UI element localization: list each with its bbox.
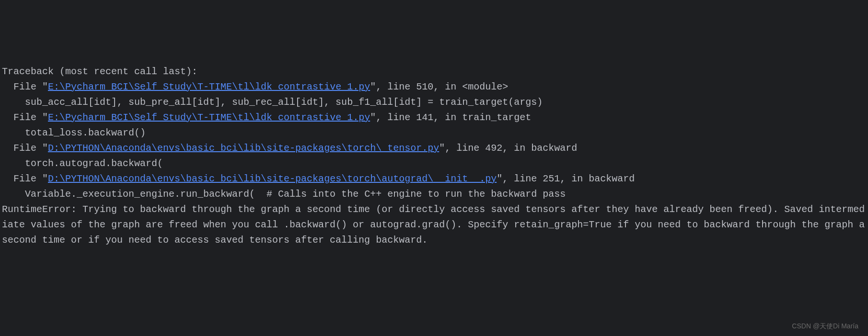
watermark: CSDN @天使Di María: [792, 321, 858, 331]
frame-file-line: File "E:\Pycharm_BCI\Self_Study\T-TIME\t…: [2, 110, 866, 125]
frame-code-line: Variable._execution_engine.run_backward(…: [2, 187, 866, 202]
frame-file-line: File "D:\PYTHON\Anaconda\envs\basic_bci\…: [2, 141, 866, 156]
frame-file-line: File "D:\PYTHON\Anaconda\envs\basic_bci\…: [2, 171, 866, 187]
frame-code-line: sub_acc_all[idt], sub_pre_all[idt], sub_…: [2, 95, 866, 110]
file-link[interactable]: D:\PYTHON\Anaconda\envs\basic_bci\lib\si…: [48, 173, 497, 184]
traceback-header: Traceback (most recent call last):: [2, 64, 866, 79]
error-message: RuntimeError: Trying to backward through…: [2, 202, 866, 248]
traceback-output: Traceback (most recent call last): File …: [2, 64, 866, 248]
frame-file-line: File "E:\Pycharm_BCI\Self_Study\T-TIME\t…: [2, 79, 866, 95]
file-link[interactable]: D:\PYTHON\Anaconda\envs\basic_bci\lib\si…: [48, 143, 439, 154]
frame-code-line: torch.autograd.backward(: [2, 156, 866, 171]
file-link[interactable]: E:\Pycharm_BCI\Self_Study\T-TIME\tl\ldk_…: [48, 112, 370, 123]
frame-code-line: total_loss.backward(): [2, 125, 866, 141]
file-link[interactable]: E:\Pycharm_BCI\Self_Study\T-TIME\tl\ldk_…: [48, 81, 370, 92]
